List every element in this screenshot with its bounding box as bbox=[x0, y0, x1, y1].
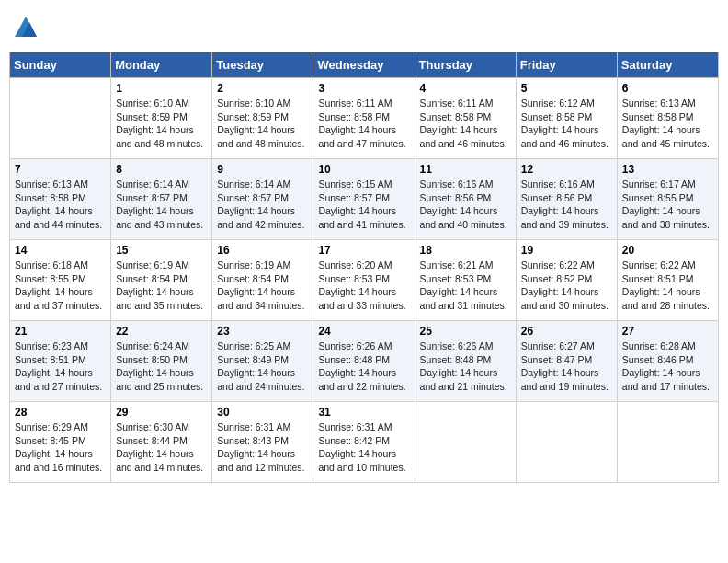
sunrise-text: Sunrise: 6:26 AM bbox=[318, 339, 409, 353]
sunrise-text: Sunrise: 6:23 AM bbox=[15, 339, 106, 353]
day-number: 17 bbox=[318, 244, 409, 257]
calendar-cell: 15Sunrise: 6:19 AMSunset: 8:54 PMDayligh… bbox=[111, 240, 212, 321]
sunset-text: Sunset: 8:59 PM bbox=[116, 110, 207, 124]
sunset-text: Sunset: 8:50 PM bbox=[116, 353, 207, 367]
sunrise-text: Sunrise: 6:20 AM bbox=[318, 259, 409, 272]
calendar-cell: 2Sunrise: 6:10 AMSunset: 8:59 PMDaylight… bbox=[212, 78, 313, 159]
sunrise-text: Sunrise: 6:13 AM bbox=[622, 97, 713, 110]
daylight-text-line1: Daylight: 14 hours bbox=[521, 123, 612, 137]
sunset-text: Sunset: 8:53 PM bbox=[318, 272, 409, 286]
daylight-text-line2: and and 22 minutes. bbox=[318, 380, 409, 394]
sunrise-text: Sunrise: 6:26 AM bbox=[420, 339, 511, 353]
daylight-text-line2: and and 48 minutes. bbox=[217, 137, 308, 151]
calendar-cell: 26Sunrise: 6:27 AMSunset: 8:47 PMDayligh… bbox=[516, 321, 617, 402]
sunset-text: Sunset: 8:54 PM bbox=[116, 272, 207, 286]
daylight-text-line1: Daylight: 14 hours bbox=[521, 204, 612, 218]
sunset-text: Sunset: 8:57 PM bbox=[217, 191, 308, 205]
sunrise-text: Sunrise: 6:16 AM bbox=[420, 178, 511, 191]
calendar-week-row: 21Sunrise: 6:23 AMSunset: 8:51 PMDayligh… bbox=[10, 321, 719, 402]
day-number: 13 bbox=[622, 163, 713, 176]
daylight-text-line2: and and 19 minutes. bbox=[521, 380, 612, 394]
sunrise-text: Sunrise: 6:19 AM bbox=[217, 259, 308, 272]
sunset-text: Sunset: 8:56 PM bbox=[420, 191, 511, 205]
sunrise-text: Sunrise: 6:17 AM bbox=[622, 178, 713, 191]
daylight-text-line1: Daylight: 14 hours bbox=[622, 204, 713, 218]
daylight-text-line1: Daylight: 14 hours bbox=[622, 285, 713, 299]
day-number: 27 bbox=[622, 325, 713, 338]
calendar-cell: 17Sunrise: 6:20 AMSunset: 8:53 PMDayligh… bbox=[313, 240, 415, 321]
day-number: 3 bbox=[318, 82, 409, 95]
calendar-cell: 30Sunrise: 6:31 AMSunset: 8:43 PMDayligh… bbox=[212, 402, 313, 483]
daylight-text-line1: Daylight: 14 hours bbox=[15, 366, 106, 380]
day-number: 30 bbox=[217, 406, 308, 419]
daylight-text-line1: Daylight: 14 hours bbox=[15, 447, 106, 461]
cell-info: Sunrise: 6:25 AMSunset: 8:49 PMDaylight:… bbox=[217, 339, 308, 394]
daylight-text-line2: and and 42 minutes. bbox=[217, 218, 308, 232]
sunrise-text: Sunrise: 6:18 AM bbox=[15, 259, 106, 272]
daylight-text-line1: Daylight: 14 hours bbox=[116, 123, 207, 137]
cell-info: Sunrise: 6:28 AMSunset: 8:46 PMDaylight:… bbox=[622, 339, 713, 394]
cell-info: Sunrise: 6:16 AMSunset: 8:56 PMDaylight:… bbox=[521, 178, 612, 232]
daylight-text-line1: Daylight: 14 hours bbox=[318, 366, 409, 380]
day-number: 31 bbox=[318, 406, 409, 419]
cell-info: Sunrise: 6:15 AMSunset: 8:57 PMDaylight:… bbox=[318, 178, 409, 232]
day-number: 25 bbox=[420, 325, 511, 338]
sunrise-text: Sunrise: 6:13 AM bbox=[15, 178, 106, 191]
daylight-text-line2: and and 24 minutes. bbox=[217, 380, 308, 394]
day-number: 18 bbox=[420, 244, 511, 257]
calendar-cell: 28Sunrise: 6:29 AMSunset: 8:45 PMDayligh… bbox=[10, 402, 111, 483]
day-number: 4 bbox=[420, 82, 511, 95]
day-number: 5 bbox=[521, 82, 612, 95]
calendar-cell bbox=[617, 402, 718, 483]
calendar-cell: 20Sunrise: 6:22 AMSunset: 8:51 PMDayligh… bbox=[617, 240, 718, 321]
calendar-cell: 8Sunrise: 6:14 AMSunset: 8:57 PMDaylight… bbox=[111, 159, 212, 240]
sunrise-text: Sunrise: 6:14 AM bbox=[217, 178, 308, 191]
day-number: 23 bbox=[217, 325, 308, 338]
daylight-text-line2: and and 37 minutes. bbox=[15, 299, 106, 313]
header-day-saturday: Saturday bbox=[617, 52, 718, 78]
daylight-text-line2: and and 14 minutes. bbox=[116, 461, 207, 475]
daylight-text-line2: and and 33 minutes. bbox=[318, 299, 409, 313]
sunset-text: Sunset: 8:57 PM bbox=[318, 191, 409, 205]
sunrise-text: Sunrise: 6:21 AM bbox=[420, 259, 511, 272]
daylight-text-line1: Daylight: 14 hours bbox=[318, 204, 409, 218]
daylight-text-line2: and and 25 minutes. bbox=[116, 380, 207, 394]
daylight-text-line1: Daylight: 14 hours bbox=[521, 285, 612, 299]
calendar-cell: 11Sunrise: 6:16 AMSunset: 8:56 PMDayligh… bbox=[415, 159, 516, 240]
sunset-text: Sunset: 8:55 PM bbox=[15, 272, 106, 286]
sunset-text: Sunset: 8:52 PM bbox=[521, 272, 612, 286]
calendar-cell: 21Sunrise: 6:23 AMSunset: 8:51 PMDayligh… bbox=[10, 321, 111, 402]
sunrise-text: Sunrise: 6:10 AM bbox=[217, 97, 308, 110]
cell-info: Sunrise: 6:19 AMSunset: 8:54 PMDaylight:… bbox=[217, 259, 308, 313]
calendar-table: SundayMondayTuesdayWednesdayThursdayFrid… bbox=[9, 52, 719, 483]
cell-info: Sunrise: 6:10 AMSunset: 8:59 PMDaylight:… bbox=[116, 97, 207, 151]
cell-info: Sunrise: 6:26 AMSunset: 8:48 PMDaylight:… bbox=[420, 339, 511, 394]
sunset-text: Sunset: 8:43 PM bbox=[217, 434, 308, 448]
sunset-text: Sunset: 8:57 PM bbox=[116, 191, 207, 205]
cell-info: Sunrise: 6:13 AMSunset: 8:58 PMDaylight:… bbox=[15, 178, 106, 232]
sunset-text: Sunset: 8:47 PM bbox=[521, 353, 612, 367]
calendar-cell bbox=[10, 78, 111, 159]
calendar-cell: 29Sunrise: 6:30 AMSunset: 8:44 PMDayligh… bbox=[111, 402, 212, 483]
daylight-text-line2: and and 43 minutes. bbox=[116, 218, 207, 232]
calendar-cell: 1Sunrise: 6:10 AMSunset: 8:59 PMDaylight… bbox=[111, 78, 212, 159]
daylight-text-line2: and and 48 minutes. bbox=[116, 137, 207, 151]
cell-info: Sunrise: 6:10 AMSunset: 8:59 PMDaylight:… bbox=[217, 97, 308, 151]
calendar-week-row: 14Sunrise: 6:18 AMSunset: 8:55 PMDayligh… bbox=[10, 240, 719, 321]
day-number: 1 bbox=[116, 82, 207, 95]
sunset-text: Sunset: 8:44 PM bbox=[116, 434, 207, 448]
sunset-text: Sunset: 8:59 PM bbox=[217, 110, 308, 124]
daylight-text-line2: and and 28 minutes. bbox=[622, 299, 713, 313]
logo bbox=[13, 15, 42, 40]
header-day-friday: Friday bbox=[516, 52, 617, 78]
daylight-text-line1: Daylight: 14 hours bbox=[217, 204, 308, 218]
daylight-text-line2: and and 35 minutes. bbox=[116, 299, 207, 313]
daylight-text-line1: Daylight: 14 hours bbox=[318, 447, 409, 461]
sunrise-text: Sunrise: 6:19 AM bbox=[116, 259, 207, 272]
sunset-text: Sunset: 8:55 PM bbox=[622, 191, 713, 205]
daylight-text-line1: Daylight: 14 hours bbox=[116, 366, 207, 380]
calendar-cell: 24Sunrise: 6:26 AMSunset: 8:48 PMDayligh… bbox=[313, 321, 415, 402]
day-number: 12 bbox=[521, 163, 612, 176]
daylight-text-line2: and and 27 minutes. bbox=[15, 380, 106, 394]
day-number: 11 bbox=[420, 163, 511, 176]
